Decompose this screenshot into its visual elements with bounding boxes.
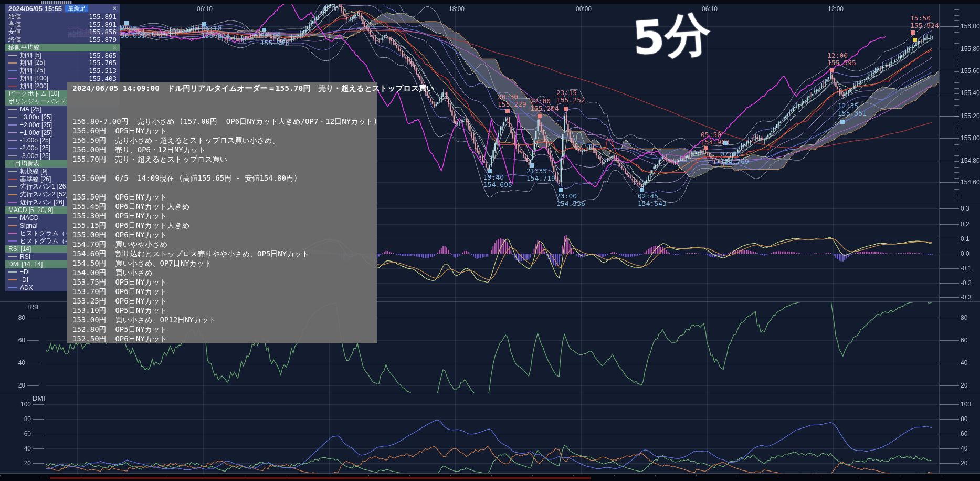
legend-row[interactable]: 期間 [75]155.513: [5, 67, 120, 75]
line-color-swatch: [8, 86, 17, 87]
price-axis-label: 155.00: [961, 134, 980, 142]
legend-row-value: 155.891: [89, 13, 117, 20]
tooltip-line: 153.10円 OP5日NYカット: [72, 306, 372, 315]
peak-bottom-marker: [488, 169, 492, 173]
legend-row-label: +DI: [20, 268, 30, 276]
line-color-swatch: [8, 225, 17, 226]
legend-row-label: -3.00σ [25]: [20, 152, 50, 160]
dmi-axis-label: 60: [10, 430, 31, 437]
point-label: 06:10156.034: [201, 25, 230, 39]
dmi-axis-label: 20: [961, 459, 967, 467]
line-color-swatch: [8, 217, 17, 218]
time-axis-label: 06:10: [197, 5, 213, 13]
peak-bottom-marker: [202, 22, 206, 26]
line-color-swatch: [8, 186, 17, 187]
peak-bottom-marker: [640, 188, 644, 192]
price-axis-label: 154.60: [961, 179, 980, 186]
legend-row[interactable]: 期間 [100]155.403: [5, 75, 120, 82]
legend-row-value: 155.856: [89, 28, 117, 36]
legend-row[interactable]: 高値155.891: [5, 20, 120, 28]
fx-chart-app-window: 06:1012:0018:0000:0006:1012:00156.00155.…: [0, 0, 980, 481]
peak-bottom-marker: [564, 107, 568, 111]
legend-row-value: 155.513: [89, 67, 117, 75]
legend-row[interactable]: 安値155.856: [5, 28, 120, 36]
legend-row-value: 155.865: [89, 51, 117, 59]
legend-row-label: Signal: [20, 222, 37, 229]
peak-bottom-marker: [723, 141, 728, 145]
point-label: 09:00155.983: [260, 32, 289, 47]
macd-axis-label: -0.1: [961, 265, 972, 272]
close-icon[interactable]: ×: [113, 44, 117, 51]
tooltip-line: 156.80-7.00円 売り小さめ (157.00円 OP6日NYカット大きめ…: [72, 117, 372, 126]
legend-datetime: 2024/06/05 15:55: [8, 5, 62, 13]
price-axis-label: 156.00: [961, 23, 980, 30]
line-color-swatch: [8, 62, 17, 64]
legend-row-label: +1.00σ [25]: [20, 129, 52, 137]
dmi-axis-label: 60: [961, 430, 967, 437]
point-label: 12:35155.351: [838, 102, 867, 117]
legend-row-label: +2.00σ [25]: [20, 121, 52, 129]
line-color-swatch: [8, 287, 17, 288]
dmi-axis-label: 40: [10, 445, 31, 452]
rsi-axis-label: 60: [4, 337, 25, 344]
price-axis-label: 154.80: [961, 157, 980, 164]
top-scrollbar[interactable]: [0, 0, 980, 4]
rsi-axis-label: 80: [4, 314, 25, 321]
peak-bottom-marker: [262, 28, 266, 32]
tooltip-line: 153.25円 OP6日NYカット: [72, 296, 372, 306]
section-header-label: DMI [14, 14]: [8, 260, 43, 268]
price-axis-label: 155.60: [961, 67, 980, 75]
legend-row-label: -1.00σ [25]: [20, 137, 50, 144]
legend-row-label: 遅行スパン [26]: [20, 198, 64, 207]
point-label: 07:00154.769: [720, 151, 749, 165]
line-color-swatch: [8, 155, 17, 156]
legend-row[interactable]: 始値155.891: [5, 13, 120, 20]
legend-row-label: ADX: [20, 284, 33, 291]
line-color-swatch: [8, 55, 17, 56]
peak-bottom-marker: [538, 114, 542, 118]
legend-row[interactable]: 期間 [25]155.705: [5, 59, 120, 67]
dmi-axis-label: 80: [961, 415, 967, 423]
latest-bar-badge[interactable]: 最新足: [65, 5, 89, 12]
line-color-swatch: [8, 233, 17, 234]
peak-bottom-marker: [840, 120, 845, 124]
macd-axis-label: 0.1: [961, 235, 970, 243]
section-header-label: ボリンジャーバンド: [8, 97, 66, 106]
point-label: 23:15155.252: [556, 89, 585, 104]
line-color-swatch: [8, 148, 17, 149]
legend-row-value: 155.705: [89, 59, 117, 67]
bottom-scrollbar-range[interactable]: [50, 477, 591, 479]
tooltip-line: 156.00円 売り、OP6・12日NYカット: [72, 145, 372, 154]
dmi-axis-label: 100: [10, 401, 31, 408]
line-color-swatch: [8, 202, 17, 203]
bottom-scrollbar[interactable]: [0, 474, 980, 481]
macd-axis-label: 0.0: [961, 250, 970, 257]
peak-bottom-marker: [830, 68, 834, 72]
rsi-axis-label: 20: [4, 382, 25, 389]
macd-axis-label: -0.3: [961, 294, 972, 301]
close-icon[interactable]: ×: [113, 5, 117, 12]
point-label: 22:00155.204: [530, 98, 559, 112]
tooltip-line: [72, 183, 372, 192]
legend-title-row[interactable]: 2024/06/05 15:55最新足×: [5, 4, 120, 13]
legend-row-label: -DI: [20, 276, 28, 284]
price-axis-label: 155.40: [961, 89, 980, 97]
top-scrollbar-handle[interactable]: [41, 1, 72, 4]
peak-bottom-marker: [124, 21, 129, 25]
legend-section-header[interactable]: 移動平均線×: [5, 44, 120, 51]
line-color-swatch: [8, 109, 17, 110]
legend-row-label: -2.00σ [25]: [20, 144, 50, 152]
handwritten-annotation: 5分: [630, 3, 713, 70]
legend-row[interactable]: 終値155.879: [5, 36, 120, 44]
line-color-swatch: [8, 271, 17, 273]
tooltip-line: 152.50円 OP6日NYカット: [72, 334, 372, 343]
dmi-axis-label: 40: [961, 445, 967, 452]
tooltip-line: 154.50円 買い小さめ、OP7日NYカット: [72, 258, 372, 268]
price-axis-label: 155.80: [961, 45, 980, 53]
point-label: 21:35154.719: [526, 168, 555, 182]
peak-bottom-marker: [911, 30, 915, 35]
line-color-swatch: [8, 78, 17, 79]
legend-row[interactable]: 期間 [5]155.865: [5, 51, 120, 59]
legend-row-value: 155.891: [89, 20, 117, 28]
time-axis-label: 12:00: [323, 5, 339, 13]
